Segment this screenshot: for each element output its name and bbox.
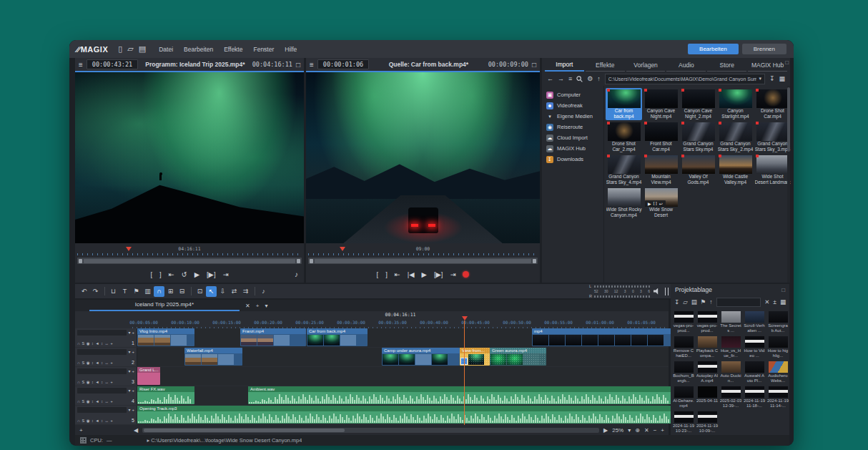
zoom-menu-icon[interactable]: ▾: [628, 427, 631, 434]
bin-item[interactable]: Screengrab Aut...: [766, 311, 789, 333]
mute-icon[interactable]: ◄: [95, 341, 99, 346]
sidebar-item-computer[interactable]: ▣Computer: [542, 89, 603, 100]
marker-icon[interactable]: ⚑: [131, 286, 142, 297]
track-name-field[interactable]: [77, 368, 127, 374]
timeline-playhead[interactable]: [464, 321, 465, 425]
media-pool-scrollbar[interactable]: [787, 86, 790, 283]
media-file[interactable]: Wide Shot Desert Landmark .mp4: [754, 154, 791, 186]
undock-icon[interactable]: □: [781, 287, 785, 293]
source-timecode[interactable]: 00:00:01:06: [317, 59, 369, 69]
bin-item[interactable]: Bochum_Bergb...: [672, 361, 695, 383]
media-file[interactable]: Drone Shot Car_2.mp4: [606, 121, 642, 153]
track-lane[interactable]: Opening Track.mp3: [137, 406, 669, 424]
height-icon[interactable]: ↕: [92, 419, 94, 423]
bin-item[interactable]: 2025-04-11: [696, 386, 719, 409]
prev-frame-icon[interactable]: |◀: [408, 271, 415, 278]
tab-store[interactable]: Store: [707, 62, 746, 72]
sidebar-item-reiseroute[interactable]: ◉Reiseroute: [542, 122, 603, 132]
jump-start-icon[interactable]: ⇤: [395, 271, 400, 278]
bin-item[interactable]: Hue_vs_Hue_fir...: [719, 336, 742, 358]
sidebar-item-eigene-medien[interactable]: ▾Eigene Medien: [542, 111, 603, 122]
menu-item-datei[interactable]: Datei: [159, 46, 173, 53]
media-file[interactable]: Drone Shot Car.mp4: [754, 88, 791, 120]
import-icon[interactable]: ↧: [674, 298, 679, 305]
clip-grand-l-[interactable]: Grand L...: [137, 367, 160, 385]
fx-icon[interactable]: ↕: [101, 419, 103, 423]
media-file[interactable]: Wide Castle Valley.mp4: [717, 154, 754, 186]
program-playhead[interactable]: [126, 247, 132, 251]
clip-camp-under-aurora-mp4[interactable]: Camp under aurora.mp4: [382, 348, 460, 366]
sidebar-item-downloads[interactable]: ↧Downloads: [542, 154, 603, 165]
add-icon[interactable]: +: [110, 419, 112, 423]
open-folder-icon[interactable]: ▱: [683, 298, 688, 305]
track-name-field[interactable]: [77, 407, 127, 413]
object-grab-icon[interactable]: ⊡: [194, 286, 205, 297]
import-export-icon[interactable]: ±: [773, 298, 776, 305]
send-to-timeline-icon[interactable]: ↩: [659, 201, 663, 206]
add-icon[interactable]: +: [110, 399, 112, 403]
audio-scrub-icon[interactable]: ♪: [295, 271, 298, 278]
import-icon[interactable]: ↧: [769, 76, 775, 82]
bin-item[interactable]: 2025-02-03 12-39-...: [719, 386, 742, 409]
audio-edit-icon[interactable]: ♪: [258, 286, 269, 297]
timeline-tab[interactable]: Iceland Trip 2025.mp4*: [89, 300, 240, 311]
clip-franzi-mp4[interactable]: Franzi.mp4: [240, 328, 306, 346]
bin-item[interactable]: Playback Compa...: [696, 336, 719, 358]
tab-magix-hub[interactable]: MAGIX Hub: [748, 62, 787, 72]
grid-view-icon[interactable]: ▦: [780, 298, 786, 305]
lock-icon[interactable]: ∩: [77, 380, 80, 384]
add-icon[interactable]: +: [110, 341, 112, 346]
track-add-icon[interactable]: +: [132, 369, 134, 373]
delete-icon[interactable]: ⊔: [108, 286, 119, 297]
monitor-menu-icon[interactable]: ≡: [310, 61, 314, 69]
fullscreen-icon[interactable]: □: [532, 61, 536, 69]
clip-mp4[interactable]: mp4: [532, 328, 673, 346]
solo-icon[interactable]: S: [82, 399, 84, 403]
bin-item[interactable]: Auswahl Auto Pl...: [743, 361, 766, 383]
lock-icon[interactable]: ∩: [77, 341, 80, 346]
zoom-level[interactable]: 25%: [612, 427, 623, 434]
lock-icon[interactable]: ∩: [77, 399, 80, 403]
loop-icon[interactable]: ↺: [182, 271, 187, 278]
forward-icon[interactable]: →: [558, 76, 564, 82]
bin-item[interactable]: The Secrets ...: [719, 311, 742, 333]
solo-icon[interactable]: S: [82, 380, 84, 384]
timeline-ruler[interactable]: 00:04:16:11 00:00:05:0000:00:10:0000:00:…: [132, 311, 669, 328]
tab-menu-icon[interactable]: ▾: [265, 303, 267, 309]
path-field[interactable]: C:\Users\Videofreak\Documents\MAGIX\Demo…: [605, 74, 765, 84]
speaker-icon[interactable]: [654, 288, 661, 295]
move-icon[interactable]: ↔: [104, 341, 109, 346]
track-menu-icon[interactable]: ▾: [128, 331, 130, 335]
bin-item[interactable]: Audiohero Webs...: [766, 361, 789, 383]
fx-icon[interactable]: ↕: [101, 341, 103, 346]
bin-item[interactable]: Autoplay AIA.mp4: [696, 361, 719, 383]
track-menu-icon[interactable]: ▾: [128, 408, 130, 412]
curve-icon[interactable]: ◉: [87, 361, 90, 365]
grid-view-icon[interactable]: ▦: [779, 76, 785, 82]
media-file[interactable]: Valley Of Gods.mp4: [680, 154, 716, 186]
jump-start-icon[interactable]: ⇤: [169, 271, 174, 278]
solo-icon[interactable]: S: [82, 341, 84, 346]
jump-end-icon[interactable]: ⇥: [223, 271, 229, 278]
mute-icon[interactable]: ◄: [95, 380, 99, 384]
sidebar-item-videofreak[interactable]: ☻Videofreak: [542, 100, 603, 111]
media-file[interactable]: Canyon Cave Night.mp4: [643, 88, 679, 120]
move-icon[interactable]: ↔: [104, 419, 109, 423]
ripple-icon[interactable]: ⇉: [240, 286, 251, 297]
bin-item[interactable]: 2024-11-19 10-09-...: [696, 411, 719, 434]
redo-icon[interactable]: ↷: [90, 286, 101, 297]
mark-in-icon[interactable]: [: [377, 271, 379, 278]
clip-vlog-intro-mp4[interactable]: Vlog Intro.mp4: [137, 328, 194, 346]
move-icon[interactable]: ↔: [104, 380, 109, 384]
program-timecode[interactable]: 00:00:43:21: [87, 59, 138, 69]
mouse-mode-icon[interactable]: ↖: [206, 286, 217, 297]
mark-out-icon[interactable]: ]: [159, 271, 162, 278]
clip-car-from-back-mp4[interactable]: Car from back.mp4: [307, 328, 368, 346]
track-menu-icon[interactable]: ▾: [128, 388, 130, 393]
source-playhead[interactable]: [340, 247, 345, 251]
razor-icon[interactable]: ▥: [142, 286, 153, 297]
curve-icon[interactable]: ◉: [87, 399, 90, 403]
program-scrollbar[interactable]: [77, 258, 302, 264]
tree-view-icon[interactable]: ≡: [568, 76, 572, 82]
track-add-icon[interactable]: +: [132, 331, 134, 335]
